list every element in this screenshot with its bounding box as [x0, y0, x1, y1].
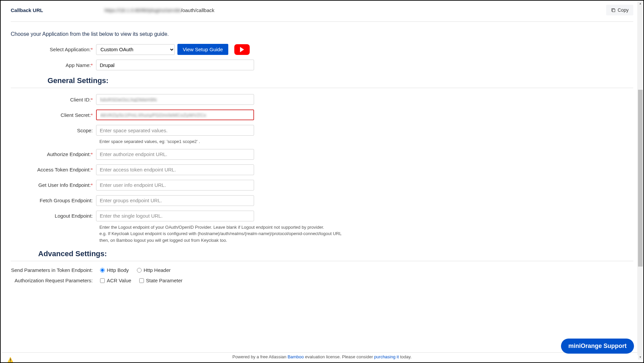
app-name-input[interactable]: [96, 60, 254, 70]
view-setup-guide-button[interactable]: View Setup Guide: [177, 44, 228, 55]
access-token-endpoint-label: Access Token Endpoint:*: [11, 167, 96, 172]
acr-value-checkbox[interactable]: [100, 278, 105, 283]
http-header-radio-label[interactable]: Http Header: [137, 267, 171, 273]
general-settings-heading: General Settings:: [48, 76, 633, 85]
client-secret-input[interactable]: [96, 110, 254, 120]
access-token-endpoint-input[interactable]: [96, 164, 254, 175]
callback-url-value: https://18.1.0.80/80/plugins/servlet/oau…: [104, 7, 606, 13]
authorize-endpoint-input[interactable]: [96, 149, 254, 160]
scrollbar-thumb[interactable]: [638, 90, 643, 267]
send-parameters-label: Send Parameters in Token Endpoint:: [11, 267, 96, 273]
http-body-radio-label[interactable]: Http Body: [100, 267, 129, 273]
client-id-label: Client ID:*: [11, 97, 96, 102]
scroll-up-arrow[interactable]: ▲: [638, 1, 643, 6]
intro-text: Choose your Application from the list be…: [11, 31, 633, 37]
bamboo-link[interactable]: Bamboo: [288, 354, 304, 359]
scope-help-text: Enter space separated values, eg: 'scope…: [99, 138, 633, 145]
http-header-radio[interactable]: [137, 268, 142, 273]
auth-request-params-label: Authorization Request Parameters:: [11, 278, 96, 283]
state-parameter-checkbox[interactable]: [139, 278, 144, 283]
scroll-down-arrow[interactable]: ▼: [638, 355, 643, 360]
purchasing-link[interactable]: purchasing it: [374, 354, 399, 359]
fetch-groups-endpoint-label: Fetch Groups Endpoint:: [11, 198, 96, 203]
logout-endpoint-label: Logout Endpoint:: [11, 213, 96, 219]
scope-label: Scope:: [11, 128, 96, 133]
select-application-dropdown[interactable]: Custom OAuth: [96, 44, 175, 55]
callback-url-label: Callback URL: [11, 7, 104, 13]
miniorange-support-button[interactable]: miniOrange Support: [561, 339, 634, 354]
state-parameter-checkbox-label[interactable]: State Parameter: [139, 278, 182, 283]
http-body-radio[interactable]: [100, 268, 105, 273]
client-id-input[interactable]: [96, 94, 254, 105]
user-info-endpoint-label: Get User Info Endpoint:*: [11, 182, 96, 188]
scrollbar-track[interactable]: [637, 1, 643, 355]
divider: [11, 261, 633, 261]
copy-icon: [611, 8, 616, 12]
youtube-icon[interactable]: [234, 44, 250, 55]
advanced-settings-heading: Advanced Settings:: [38, 249, 633, 258]
logout-endpoint-input[interactable]: [96, 211, 254, 221]
app-name-label: App Name:*: [11, 62, 96, 68]
scope-input[interactable]: [96, 125, 254, 136]
footer: Powered by a free Atlassian Bamboo evalu…: [1, 352, 643, 362]
warning-icon: ⚠️: [7, 357, 13, 362]
copy-button[interactable]: Copy: [606, 5, 633, 15]
callback-url-row: Callback URL https://18.1.0.80/80/plugin…: [11, 1, 633, 22]
acr-value-checkbox-label[interactable]: ACR Value: [100, 278, 131, 283]
divider: [11, 88, 633, 88]
select-application-label: Select Application:*: [11, 47, 96, 52]
fetch-groups-endpoint-input[interactable]: [96, 195, 254, 206]
client-secret-label: Client Secret:*: [11, 112, 96, 118]
authorize-endpoint-label: Authorize Endpoint:*: [11, 151, 96, 157]
logout-help-text: Enter the Logout endpoint of your OAuth/…: [99, 224, 633, 244]
svg-rect-1: [613, 9, 615, 12]
user-info-endpoint-input[interactable]: [96, 180, 254, 191]
